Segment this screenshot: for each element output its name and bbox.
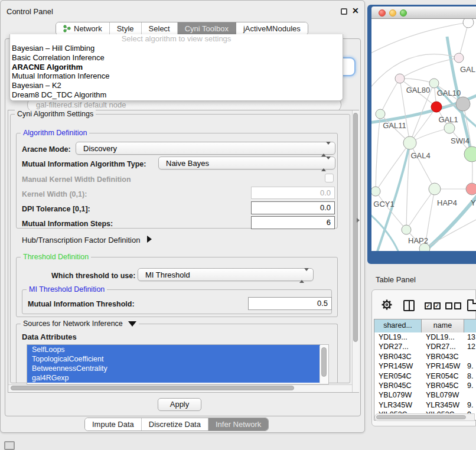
hub-definition-toggle[interactable]: Hub/Transcription Factor Definition	[22, 236, 152, 244]
popup-item[interactable]: Dream8 DC_TDC Algorithm	[10, 90, 343, 100]
tab-select[interactable]: Select	[142, 22, 178, 35]
table-cell: YER054C	[379, 371, 420, 381]
attribute-item-selected[interactable]: TopologicalCoefficient	[27, 354, 320, 364]
table-cell: 13	[467, 332, 476, 342]
table-row[interactable]: YLR345W YLR345W 9.	[374, 400, 476, 410]
sources-group-title: Sources for Network Inference	[21, 319, 139, 328]
window-minimize-button[interactable]	[389, 9, 396, 17]
popup-item-selected[interactable]: ARACNE Algorithm	[10, 63, 343, 72]
network-node-gal4[interactable]	[403, 136, 416, 149]
settings-horizontal-scrollbar-thumb[interactable]	[11, 386, 294, 390]
splitpane-collapse-arrow[interactable]	[357, 218, 360, 223]
network-node-label: GAL4	[410, 151, 430, 160]
kernel-width-field[interactable]: 0.0	[251, 187, 335, 199]
network-graph[interactable]: GAL GAL80 GAL10 GAL1 GAL11 SWI4 GAL4 GCY…	[371, 19, 476, 251]
table-row[interactable]: YBR045C YBR045C 9.	[374, 381, 476, 390]
popup-item[interactable]: Mutual Information Inference	[10, 71, 343, 81]
checked-checkbox-icon[interactable]: ✓	[425, 302, 432, 309]
table-cell: YBR043C	[426, 352, 462, 361]
split-columns-icon[interactable]	[403, 300, 415, 311]
data-attributes-list[interactable]: SelfLoops TopologicalCoefficient Between…	[27, 344, 329, 384]
settings-vertical-scrollbar-thumb[interactable]	[353, 113, 358, 342]
table-cell	[467, 390, 476, 400]
network-icon	[63, 25, 71, 32]
table-row[interactable]: YPR145W YPR145W 9.	[374, 361, 476, 371]
network-node[interactable]	[444, 123, 455, 133]
attribute-item-selected[interactable]: SelfLoops	[27, 345, 320, 354]
unchecked-checkbox-icon[interactable]	[445, 302, 452, 309]
network-node[interactable]	[464, 146, 476, 162]
tab-impute-data[interactable]: Impute Data	[85, 418, 142, 431]
attributes-list-scrollbar-thumb[interactable]	[321, 347, 327, 377]
popup-item[interactable]: Bayesian – Hill Climbing	[10, 44, 343, 53]
mi-algorithm-type-combo[interactable]: Naive Bayes	[158, 156, 335, 169]
table-cell: YDL19...	[379, 332, 420, 342]
network-node-hap4[interactable]	[429, 183, 441, 195]
network-view-window[interactable]: GAL GAL80 GAL10 GAL1 GAL11 SWI4 GAL4 GCY…	[367, 5, 476, 264]
network-node-hap2[interactable]	[402, 225, 411, 234]
table-cell: YPR145W	[379, 361, 420, 371]
table-cell: YBR045C	[426, 381, 462, 390]
popup-item[interactable]: Bayesian – K2	[10, 81, 343, 90]
expand-arrow-icon	[147, 236, 152, 243]
network-node-gal11[interactable]	[376, 109, 385, 119]
dpi-tolerance-field[interactable]: 0.0	[251, 201, 335, 214]
table-horizontal-scrollbar-thumb[interactable]	[376, 415, 466, 419]
tab-discretize-data[interactable]: Discretize Data	[142, 418, 208, 431]
table-row[interactable]: YDR27... YDR27... 12	[374, 342, 476, 351]
gear-icon[interactable]	[381, 299, 393, 313]
table-row[interactable]: YER054C YER054C 8.	[374, 371, 476, 381]
column-header-name[interactable]: name	[422, 319, 464, 332]
table-row[interactable]: YBR043C YBR043C	[374, 352, 476, 361]
aracne-mode-combo[interactable]: Discovery	[76, 142, 335, 155]
network-canvas[interactable]: GAL GAL80 GAL10 GAL1 GAL11 SWI4 GAL4 GCY…	[371, 19, 476, 251]
tab-infer-network[interactable]: Infer Network	[208, 418, 268, 431]
manual-kernel-width-label: Manual Kernel Width Definition	[22, 175, 131, 184]
table-horizontal-scrollbar[interactable]	[374, 413, 475, 421]
tab-style[interactable]: Style	[110, 22, 142, 35]
unchecked-checkbox-icon[interactable]	[454, 302, 461, 309]
tab-network[interactable]: Network	[56, 22, 110, 35]
column-header-shared[interactable]: shared...	[374, 319, 422, 332]
collapsed-panel-icon[interactable]	[4, 441, 15, 450]
table-cell: YBL079W	[379, 390, 420, 400]
table-row[interactable]: YDL19... YDL19... 13	[374, 332, 476, 342]
network-node[interactable]	[466, 183, 476, 195]
network-window-titlebar[interactable]	[371, 6, 476, 19]
dpi-tolerance-label: DPI Tolerance [0,1]:	[22, 205, 90, 213]
table-row[interactable]: YBL079W YBL079W	[374, 390, 476, 400]
attribute-item-selected[interactable]: BetweennessCentrality	[27, 364, 320, 373]
column-header-partial[interactable]	[464, 319, 476, 332]
network-node-red[interactable]	[431, 102, 442, 112]
collapse-arrow-icon[interactable]	[128, 321, 136, 327]
network-node-gcy1[interactable]	[371, 187, 380, 196]
aracne-mode-value: Discovery	[83, 144, 117, 153]
popup-item[interactable]: Basic Correlation Inference	[10, 53, 343, 63]
apply-button[interactable]: Apply	[158, 398, 201, 411]
network-node-label: GAL10	[437, 89, 461, 97]
table-cell: YDR27...	[379, 342, 420, 351]
network-node-gal10[interactable]	[429, 79, 439, 88]
network-node-label: GAL11	[383, 121, 406, 130]
network-node-label: Y	[471, 198, 476, 207]
which-threshold-combo[interactable]: MI Threshold	[138, 268, 314, 281]
attributes-list-scrollbar[interactable]	[319, 345, 328, 383]
close-icon[interactable]: ✕	[352, 6, 359, 15]
network-node[interactable]	[454, 53, 464, 63]
mi-threshold-field[interactable]: 0.5	[248, 297, 332, 310]
network-node[interactable]	[456, 97, 470, 111]
window-zoom-button[interactable]	[400, 9, 407, 17]
table-cell: YDR27...	[426, 342, 462, 351]
network-node[interactable]	[463, 19, 474, 28]
tab-jactivemnodules[interactable]: jActiveMNodules	[236, 22, 308, 35]
window-close-button[interactable]	[379, 9, 386, 17]
tab-cyni-toolbox[interactable]: Cyni Toolbox	[178, 22, 236, 35]
new-table-icon[interactable]	[467, 299, 476, 311]
which-threshold-label: Which threshold to use:	[51, 272, 135, 280]
network-node-gal80[interactable]	[395, 74, 405, 83]
mi-steps-field[interactable]: 6	[251, 216, 335, 229]
checked-checkbox-icon[interactable]: ✓	[433, 302, 441, 309]
attribute-item-selected[interactable]: gal4RGexp	[27, 373, 320, 383]
manual-kernel-width-checkbox[interactable]	[325, 174, 334, 182]
float-panel-icon[interactable]	[341, 8, 347, 15]
